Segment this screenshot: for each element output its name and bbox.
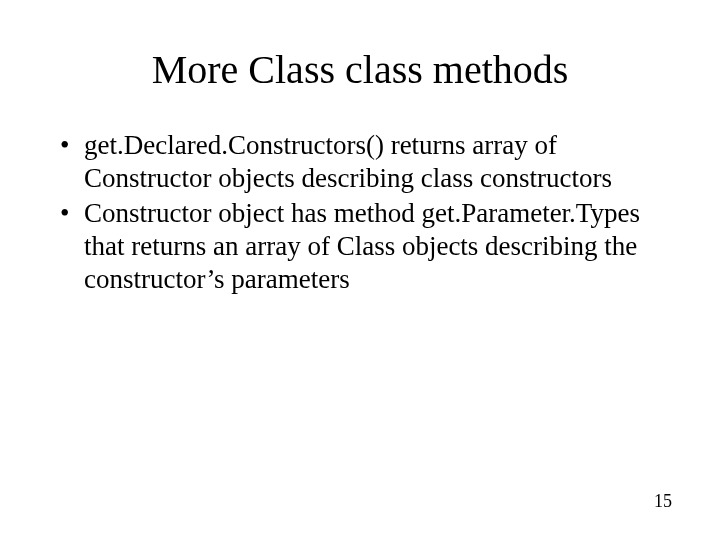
page-number: 15 bbox=[654, 491, 672, 512]
slide: More Class class methods get.Declared.Co… bbox=[0, 0, 720, 540]
list-item: get.Declared.Constructors() returns arra… bbox=[56, 129, 672, 195]
list-item: Constructor object has method get.Parame… bbox=[56, 197, 672, 296]
slide-title: More Class class methods bbox=[48, 46, 672, 93]
bullet-list: get.Declared.Constructors() returns arra… bbox=[56, 129, 672, 296]
